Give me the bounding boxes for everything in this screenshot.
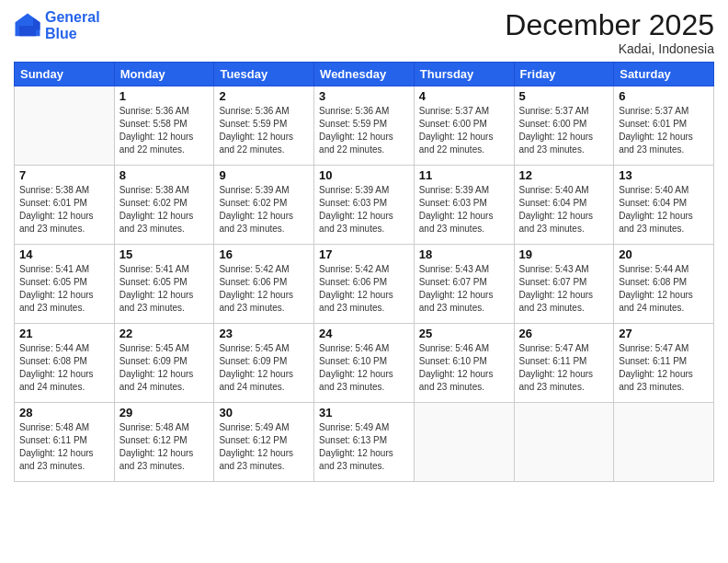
- header-cell-thursday: Thursday: [414, 63, 514, 86]
- day-cell: 7Sunrise: 5:38 AM Sunset: 6:01 PM Daylig…: [15, 166, 115, 245]
- day-number: 16: [219, 247, 309, 261]
- day-number: 18: [419, 247, 509, 261]
- cell-content: Sunrise: 5:42 AM Sunset: 6:06 PM Dayligh…: [319, 263, 409, 315]
- svg-rect-2: [19, 26, 36, 36]
- logo-icon: [14, 12, 41, 40]
- logo-text: General Blue: [45, 9, 100, 41]
- day-cell: 1Sunrise: 5:36 AM Sunset: 5:58 PM Daylig…: [114, 86, 214, 166]
- day-cell: 31Sunrise: 5:49 AM Sunset: 6:13 PM Dayli…: [314, 403, 415, 482]
- cell-content: Sunrise: 5:36 AM Sunset: 5:59 PM Dayligh…: [319, 105, 409, 156]
- calendar-body: 1Sunrise: 5:36 AM Sunset: 5:58 PM Daylig…: [15, 86, 714, 482]
- cell-content: Sunrise: 5:37 AM Sunset: 6:01 PM Dayligh…: [619, 105, 709, 156]
- header-cell-monday: Monday: [114, 63, 214, 86]
- day-cell: [414, 403, 514, 482]
- logo: General Blue: [14, 9, 100, 41]
- day-cell: [15, 86, 115, 166]
- day-cell: 8Sunrise: 5:38 AM Sunset: 6:02 PM Daylig…: [114, 166, 214, 245]
- day-number: 31: [319, 406, 409, 419]
- cell-content: Sunrise: 5:41 AM Sunset: 6:05 PM Dayligh…: [19, 263, 109, 315]
- day-number: 25: [419, 327, 509, 340]
- day-number: 24: [319, 327, 409, 340]
- day-number: 11: [419, 168, 509, 182]
- cell-content: Sunrise: 5:39 AM Sunset: 6:03 PM Dayligh…: [419, 184, 509, 236]
- day-cell: 2Sunrise: 5:36 AM Sunset: 5:59 PM Daylig…: [214, 86, 314, 166]
- title-section: December 2025 Kadai, Indonesia: [505, 9, 714, 56]
- cell-content: Sunrise: 5:38 AM Sunset: 6:02 PM Dayligh…: [119, 184, 210, 236]
- cell-content: Sunrise: 5:45 AM Sunset: 6:09 PM Dayligh…: [119, 342, 210, 394]
- day-cell: 22Sunrise: 5:45 AM Sunset: 6:09 PM Dayli…: [114, 324, 214, 403]
- day-cell: 10Sunrise: 5:39 AM Sunset: 6:03 PM Dayli…: [314, 166, 415, 245]
- cell-content: Sunrise: 5:37 AM Sunset: 6:00 PM Dayligh…: [419, 105, 509, 156]
- day-number: 26: [519, 327, 609, 340]
- day-number: 20: [619, 247, 709, 261]
- week-row-4: 28Sunrise: 5:48 AM Sunset: 6:11 PM Dayli…: [15, 403, 714, 482]
- header: General Blue December 2025 Kadai, Indone…: [14, 9, 714, 56]
- page: General Blue December 2025 Kadai, Indone…: [0, 0, 728, 563]
- day-number: 7: [19, 168, 109, 182]
- day-cell: 3Sunrise: 5:36 AM Sunset: 5:59 PM Daylig…: [314, 86, 415, 166]
- day-number: 10: [319, 168, 409, 182]
- week-row-1: 7Sunrise: 5:38 AM Sunset: 6:01 PM Daylig…: [15, 166, 714, 245]
- day-cell: 14Sunrise: 5:41 AM Sunset: 6:05 PM Dayli…: [15, 245, 115, 324]
- day-number: 8: [119, 168, 210, 182]
- day-cell: 29Sunrise: 5:48 AM Sunset: 6:12 PM Dayli…: [114, 403, 214, 482]
- cell-content: Sunrise: 5:40 AM Sunset: 6:04 PM Dayligh…: [619, 184, 709, 236]
- day-number: 2: [219, 89, 309, 103]
- day-cell: 24Sunrise: 5:46 AM Sunset: 6:10 PM Dayli…: [314, 324, 415, 403]
- cell-content: Sunrise: 5:46 AM Sunset: 6:10 PM Dayligh…: [319, 342, 409, 394]
- cell-content: Sunrise: 5:43 AM Sunset: 6:07 PM Dayligh…: [519, 263, 609, 315]
- day-number: 1: [119, 89, 210, 103]
- week-row-0: 1Sunrise: 5:36 AM Sunset: 5:58 PM Daylig…: [15, 86, 714, 166]
- cell-content: Sunrise: 5:47 AM Sunset: 6:11 PM Dayligh…: [619, 342, 709, 394]
- month-title: December 2025: [505, 9, 714, 41]
- day-number: 15: [119, 247, 210, 261]
- day-cell: 16Sunrise: 5:42 AM Sunset: 6:06 PM Dayli…: [214, 245, 314, 324]
- day-cell: 19Sunrise: 5:43 AM Sunset: 6:07 PM Dayli…: [514, 245, 614, 324]
- day-number: 5: [519, 89, 609, 103]
- cell-content: Sunrise: 5:39 AM Sunset: 6:03 PM Dayligh…: [319, 184, 409, 236]
- header-row: SundayMondayTuesdayWednesdayThursdayFrid…: [15, 63, 714, 86]
- location: Kadai, Indonesia: [505, 41, 714, 56]
- day-cell: 26Sunrise: 5:47 AM Sunset: 6:11 PM Dayli…: [514, 324, 614, 403]
- cell-content: Sunrise: 5:39 AM Sunset: 6:02 PM Dayligh…: [219, 184, 309, 236]
- day-cell: 20Sunrise: 5:44 AM Sunset: 6:08 PM Dayli…: [614, 245, 714, 324]
- day-cell: 12Sunrise: 5:40 AM Sunset: 6:04 PM Dayli…: [514, 166, 614, 245]
- day-number: 29: [119, 406, 210, 419]
- cell-content: Sunrise: 5:48 AM Sunset: 6:12 PM Dayligh…: [119, 421, 210, 473]
- day-number: 23: [219, 327, 309, 340]
- day-cell: 9Sunrise: 5:39 AM Sunset: 6:02 PM Daylig…: [214, 166, 314, 245]
- day-number: 12: [519, 168, 609, 182]
- day-cell: 6Sunrise: 5:37 AM Sunset: 6:01 PM Daylig…: [614, 86, 714, 166]
- cell-content: Sunrise: 5:36 AM Sunset: 5:58 PM Dayligh…: [119, 105, 210, 156]
- day-number: 27: [619, 327, 709, 340]
- cell-content: Sunrise: 5:47 AM Sunset: 6:11 PM Dayligh…: [519, 342, 609, 394]
- cell-content: Sunrise: 5:49 AM Sunset: 6:13 PM Dayligh…: [319, 421, 409, 473]
- day-cell: [514, 403, 614, 482]
- day-cell: 18Sunrise: 5:43 AM Sunset: 6:07 PM Dayli…: [414, 245, 514, 324]
- cell-content: Sunrise: 5:37 AM Sunset: 6:00 PM Dayligh…: [519, 105, 609, 156]
- day-number: 14: [19, 247, 109, 261]
- day-number: 17: [319, 247, 409, 261]
- day-number: 9: [219, 168, 309, 182]
- day-cell: 27Sunrise: 5:47 AM Sunset: 6:11 PM Dayli…: [614, 324, 714, 403]
- day-number: 28: [19, 406, 109, 419]
- day-number: 13: [619, 168, 709, 182]
- cell-content: Sunrise: 5:36 AM Sunset: 5:59 PM Dayligh…: [219, 105, 309, 156]
- calendar-table: SundayMondayTuesdayWednesdayThursdayFrid…: [14, 62, 714, 482]
- header-cell-saturday: Saturday: [614, 63, 714, 86]
- cell-content: Sunrise: 5:41 AM Sunset: 6:05 PM Dayligh…: [119, 263, 210, 315]
- cell-content: Sunrise: 5:43 AM Sunset: 6:07 PM Dayligh…: [419, 263, 509, 315]
- day-cell: 28Sunrise: 5:48 AM Sunset: 6:11 PM Dayli…: [15, 403, 115, 482]
- day-number: 4: [419, 89, 509, 103]
- day-number: 30: [219, 406, 309, 419]
- cell-content: Sunrise: 5:42 AM Sunset: 6:06 PM Dayligh…: [219, 263, 309, 315]
- day-cell: 25Sunrise: 5:46 AM Sunset: 6:10 PM Dayli…: [414, 324, 514, 403]
- day-number: 19: [519, 247, 609, 261]
- header-cell-sunday: Sunday: [15, 63, 115, 86]
- day-cell: 17Sunrise: 5:42 AM Sunset: 6:06 PM Dayli…: [314, 245, 415, 324]
- day-cell: 23Sunrise: 5:45 AM Sunset: 6:09 PM Dayli…: [214, 324, 314, 403]
- cell-content: Sunrise: 5:44 AM Sunset: 6:08 PM Dayligh…: [19, 342, 109, 394]
- cell-content: Sunrise: 5:44 AM Sunset: 6:08 PM Dayligh…: [619, 263, 709, 315]
- cell-content: Sunrise: 5:46 AM Sunset: 6:10 PM Dayligh…: [419, 342, 509, 394]
- day-cell: 21Sunrise: 5:44 AM Sunset: 6:08 PM Dayli…: [15, 324, 115, 403]
